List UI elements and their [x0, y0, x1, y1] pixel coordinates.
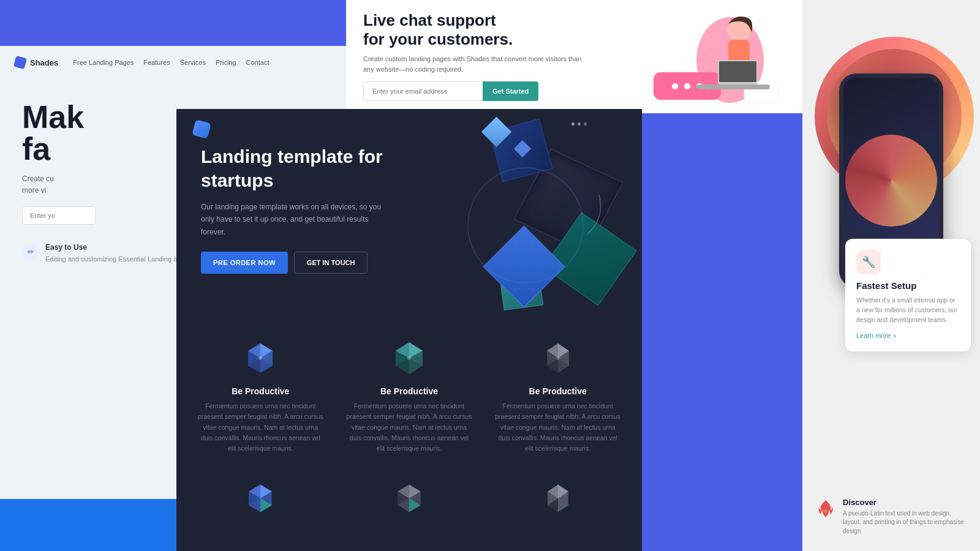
- feature-icon-1: [241, 339, 280, 378]
- fastest-setup-desc: Whether it's a small internal app or a n…: [856, 296, 960, 324]
- svg-point-36: [556, 356, 560, 360]
- bottom-icon-1: [186, 470, 335, 527]
- top-right-desc: Create custom landing pages with Shades …: [363, 54, 584, 74]
- left-hero-desc: Create cumore vi: [22, 173, 157, 197]
- feature-icon-3: [538, 339, 578, 378]
- svg-point-28: [407, 356, 411, 360]
- feature-3-title: Be Productive: [494, 386, 621, 396]
- svg-point-5: [684, 83, 690, 89]
- fastest-setup-title: Fastest Setup: [856, 280, 960, 291]
- center-title: Landing template for startups: [201, 144, 385, 192]
- left-logo[interactable]: Shades: [15, 57, 58, 68]
- features-grid: Be Productive Fermentum posuere urna nec…: [176, 310, 642, 464]
- discover-icon: [815, 498, 837, 520]
- center-dark-panel: Landing template for startups Our landin…: [176, 109, 642, 551]
- center-desc: Our landing page template works on all d…: [201, 201, 391, 238]
- easy-use-icon: ✏: [22, 243, 39, 260]
- left-email-input[interactable]: [22, 206, 96, 225]
- feature-2-desc: Fermentum posuere urna nec tincidunt pra…: [346, 401, 473, 454]
- feature-item-2: Be Productive Fermentum posuere urna nec…: [335, 329, 484, 464]
- feature-2-title: Be Productive: [346, 386, 473, 396]
- pre-order-button[interactable]: PRE ORDER NOW: [201, 252, 288, 274]
- top-right-illustration: ♥: [626, 11, 785, 102]
- top-right-email-input[interactable]: [363, 81, 483, 101]
- left-nav: Shades Free Landing Pages Features Servi…: [0, 46, 349, 79]
- nav-link-5[interactable]: Contact: [246, 59, 270, 66]
- svg-rect-11: [719, 61, 756, 82]
- link-arrow: ›: [893, 331, 896, 340]
- feature-item-1: Be Productive Fermentum posuere urna nec…: [186, 329, 335, 464]
- logo-icon: [13, 56, 27, 69]
- top-right-panel: Live chat support for your customers. Cr…: [346, 0, 802, 113]
- nav-link-4[interactable]: Pricing: [216, 59, 236, 66]
- feature-3-desc: Fermentum posuere urna nec tincidunt pra…: [494, 401, 621, 454]
- chat-illustration: ♥: [635, 2, 794, 112]
- feature-1-title: Be Productive: [197, 386, 324, 396]
- svg-point-20: [258, 356, 262, 360]
- bottom-icon-2: [335, 470, 484, 527]
- logo-text: Shades: [30, 58, 58, 67]
- fastest-setup-card: 🔧 Fastest Setup Whether it's a small int…: [845, 239, 971, 351]
- right-panel: 🔧 Fastest Setup Whether it's a small int…: [802, 0, 980, 551]
- nav-link-2[interactable]: Features: [143, 59, 170, 66]
- feature-icon-2: [390, 339, 429, 378]
- feature-item-3: Be Productive Fermentum posuere urna nec…: [483, 329, 632, 464]
- discover-desc: A pseudo-Latin text used in web design, …: [843, 509, 968, 536]
- svg-rect-12: [696, 84, 770, 89]
- discover-section: Discover A pseudo-Latin text used in web…: [809, 492, 974, 542]
- nav-link-3[interactable]: Services: [180, 59, 206, 66]
- learn-more-link[interactable]: Learn more ›: [856, 331, 960, 340]
- center-buttons: PRE ORDER NOW GET IN TOUCH: [201, 252, 617, 274]
- feature-1-desc: Fermentum posuere urna nec tincidunt pra…: [197, 401, 324, 454]
- fastest-setup-icon: 🔧: [856, 250, 881, 274]
- left-nav-links: Free Landing Pages Features Services Pri…: [73, 59, 269, 66]
- nav-link-1[interactable]: Free Landing Pages: [73, 59, 134, 66]
- get-started-button[interactable]: Get Started: [483, 81, 538, 101]
- top-right-title: Live chat support for your customers.: [363, 11, 614, 49]
- discover-title: Discover: [843, 498, 968, 507]
- top-right-content: Live chat support for your customers. Cr…: [363, 11, 614, 102]
- phone-gradient-orb: [845, 135, 937, 227]
- get-in-touch-button[interactable]: GET IN TOUCH: [294, 252, 368, 274]
- bottom-icons-row: [176, 464, 642, 533]
- bottom-icon-3: [483, 470, 632, 527]
- center-hero: Landing template for startups Our landin…: [176, 109, 642, 274]
- svg-point-4: [672, 83, 678, 89]
